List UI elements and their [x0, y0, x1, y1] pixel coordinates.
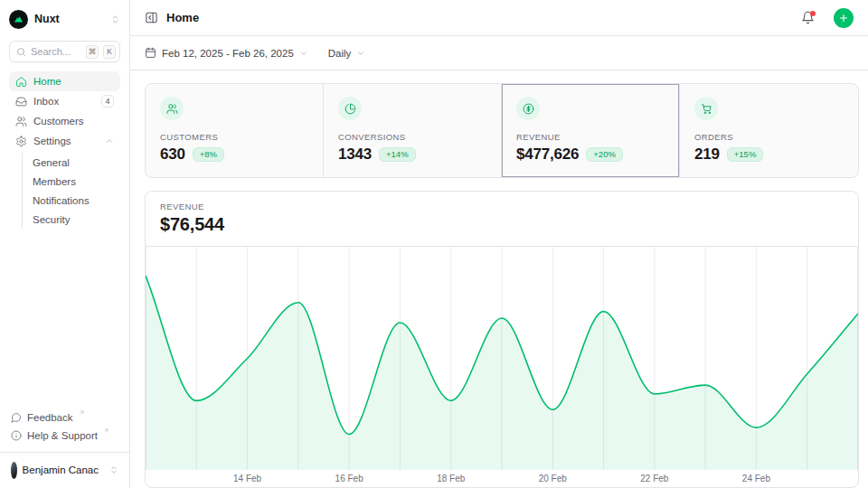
- add-button[interactable]: [834, 8, 854, 28]
- stat-label: CONVERSIONS: [338, 132, 486, 142]
- x-axis-tick: 20 Feb: [539, 474, 567, 483]
- chart-x-axis: 14 Feb16 Feb18 Feb20 Feb22 Feb24 Feb: [146, 470, 858, 487]
- submenu-label: General: [33, 157, 70, 168]
- user-menu[interactable]: Benjamin Canac: [9, 459, 120, 481]
- stat-value: 219: [694, 145, 720, 164]
- inbox-count-badge: 4: [101, 95, 114, 108]
- stat-label: REVENUE: [516, 132, 665, 142]
- home-icon: [15, 76, 27, 88]
- date-range-picker[interactable]: Feb 12, 2025 - Feb 26, 2025: [145, 47, 308, 59]
- feedback-label: Feedback: [27, 412, 73, 423]
- filters-toolbar: Feb 12, 2025 - Feb 26, 2025 Daily: [130, 36, 868, 70]
- external-link-icon: [103, 427, 109, 434]
- stat-delta-badge: +8%: [193, 147, 224, 163]
- sidebar-item-general[interactable]: General: [33, 153, 120, 172]
- stat-delta-badge: +14%: [379, 147, 416, 163]
- divider: [0, 452, 129, 453]
- collapse-sidebar-button[interactable]: [145, 11, 158, 24]
- user-name: Benjamin Canac: [23, 465, 99, 475]
- sidebar-footer: Feedback Help & Support Benjamin Canac: [9, 408, 120, 481]
- x-axis-tick: 24 Feb: [742, 474, 770, 483]
- sidebar-item-label: Inbox: [33, 96, 59, 107]
- main-panel: Home Feb 12, 2025 - Feb 26, 2025: [130, 0, 868, 488]
- chevron-up-icon: [105, 136, 114, 145]
- period-value: Daily: [328, 48, 352, 59]
- cart-icon: [694, 97, 718, 120]
- chevron-down-icon: [299, 49, 308, 58]
- message-bubble-icon: [11, 412, 22, 423]
- date-range-value: Feb 12, 2025 - Feb 26, 2025: [162, 48, 294, 59]
- stat-value: 1343: [338, 145, 372, 164]
- kbd-cmd: ⌘: [86, 45, 99, 59]
- sidebar-item-label: Settings: [33, 136, 71, 146]
- workspace-name: Nuxt: [34, 13, 60, 25]
- chart-current-value: $76,544: [160, 214, 844, 235]
- inbox-icon: [15, 96, 27, 108]
- stat-label: ORDERS: [694, 132, 844, 142]
- submenu-label: Members: [33, 176, 76, 187]
- calendar-icon: [145, 47, 156, 59]
- stat-customers[interactable]: CUSTOMERS 630 +8%: [146, 84, 324, 177]
- sidebar-nav: Home Inbox 4 Customers Setting: [9, 71, 120, 229]
- revenue-chart-card: REVENUE $76,544 14 Feb16 Feb18 Feb20 Feb…: [145, 191, 859, 488]
- page-title: Home: [166, 11, 199, 24]
- notifications-button[interactable]: [801, 11, 815, 24]
- submenu-label: Security: [33, 214, 71, 225]
- stat-value: $477,626: [516, 145, 579, 164]
- external-link-icon: [79, 409, 85, 416]
- stat-label: CUSTOMERS: [160, 132, 308, 142]
- chevron-up-down-icon: [109, 465, 118, 474]
- chart-canvas: [146, 247, 858, 470]
- x-axis-tick: 16 Feb: [335, 474, 363, 483]
- settings-submenu: General Members Notifications Security: [22, 153, 120, 229]
- sidebar-item-home[interactable]: Home: [9, 71, 120, 91]
- chart-kicker: REVENUE: [160, 202, 844, 211]
- sidebar-item-label: Home: [33, 76, 61, 87]
- avatar: [11, 462, 17, 479]
- sidebar-item-inbox[interactable]: Inbox 4: [9, 91, 120, 111]
- page-header: Home: [130, 0, 868, 36]
- gear-icon: [15, 136, 27, 147]
- period-select[interactable]: Daily: [328, 48, 366, 59]
- app-window: Nuxt Search... ⌘ K Home: [0, 0, 868, 488]
- stat-revenue[interactable]: REVENUE $477,626 +20%: [502, 84, 680, 177]
- stats-row: CUSTOMERS 630 +8% CONVERSIONS 1343 +14%: [145, 83, 859, 178]
- sidebar-item-customers[interactable]: Customers: [9, 111, 120, 131]
- help-support-link[interactable]: Help & Support: [9, 427, 120, 445]
- sidebar-item-settings[interactable]: Settings: [9, 131, 120, 151]
- stat-value: 630: [160, 145, 185, 164]
- sidebar-item-members[interactable]: Members: [33, 172, 120, 191]
- stat-conversions[interactable]: CONVERSIONS 1343 +14%: [324, 84, 502, 177]
- revenue-area-chart: [146, 247, 858, 470]
- stat-delta-badge: +20%: [586, 147, 623, 163]
- submenu-label: Notifications: [33, 195, 90, 206]
- users-icon: [15, 116, 27, 127]
- sidebar: Nuxt Search... ⌘ K Home: [0, 0, 130, 488]
- sidebar-item-notifications[interactable]: Notifications: [33, 191, 120, 210]
- kbd-k: K: [103, 45, 116, 59]
- chart-header: REVENUE $76,544: [146, 192, 858, 247]
- stat-delta-badge: +15%: [727, 147, 764, 163]
- dashboard-content: CUSTOMERS 630 +8% CONVERSIONS 1343 +14%: [130, 70, 868, 488]
- sidebar-item-label: Customers: [33, 116, 84, 127]
- x-axis-tick: 14 Feb: [233, 474, 261, 483]
- nuxt-logo-icon: [9, 10, 28, 29]
- search-icon: [16, 47, 26, 57]
- dollar-circle-icon: [516, 97, 540, 120]
- chevron-up-down-icon: [110, 14, 120, 24]
- users-icon: [160, 97, 184, 120]
- workspace-selector[interactable]: Nuxt: [9, 9, 120, 29]
- help-support-label: Help & Support: [27, 430, 98, 441]
- notification-dot: [810, 11, 816, 16]
- search-placeholder: Search...: [31, 46, 81, 57]
- feedback-link[interactable]: Feedback: [9, 408, 120, 427]
- stat-orders[interactable]: ORDERS 219 +15%: [680, 84, 858, 177]
- info-circle-icon: [11, 430, 22, 441]
- pie-chart-icon: [338, 97, 362, 120]
- search-input[interactable]: Search... ⌘ K: [9, 41, 120, 62]
- x-axis-tick: 22 Feb: [640, 474, 668, 483]
- chevron-down-icon: [356, 49, 365, 58]
- sidebar-item-security[interactable]: Security: [33, 210, 120, 229]
- x-axis-tick: 18 Feb: [437, 474, 465, 483]
